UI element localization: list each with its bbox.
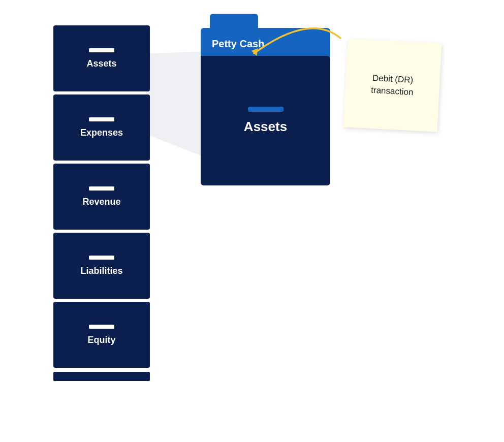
drawer-assets-label: Assets	[86, 58, 116, 69]
drawer-handle	[89, 117, 114, 121]
drawer-revenue-label: Revenue	[82, 197, 120, 207]
drawer-expenses[interactable]: Expenses	[53, 94, 150, 161]
drawer-assets[interactable]: Assets	[53, 25, 150, 91]
drawer-handle	[89, 186, 114, 191]
petty-cash-tab-label: Petty Cash	[212, 38, 264, 50]
drawer-liabilities[interactable]: Liabilities	[53, 233, 150, 299]
sticky-note: Debit (DR) transaction	[343, 38, 442, 132]
drawer-liabilities-label: Liabilities	[80, 266, 122, 276]
drawer-handle	[89, 48, 114, 52]
sticky-note-text: Debit (DR) transaction	[365, 67, 420, 104]
drawer-handle	[89, 325, 114, 329]
drawer-handle	[89, 256, 114, 260]
drawer-revenue[interactable]: Revenue	[53, 164, 150, 230]
drawer-equity[interactable]: Equity	[53, 302, 150, 368]
drawer-equity-label: Equity	[87, 335, 115, 345]
folder-front-handle	[248, 107, 284, 112]
folder-front: Assets	[201, 56, 330, 185]
drawer-expenses-label: Expenses	[80, 128, 123, 138]
file-cabinet: Assets Expenses Revenue Liabilities Equi…	[53, 25, 150, 381]
cabinet-bottom-strip	[53, 372, 150, 381]
folder-front-label: Assets	[244, 119, 287, 135]
